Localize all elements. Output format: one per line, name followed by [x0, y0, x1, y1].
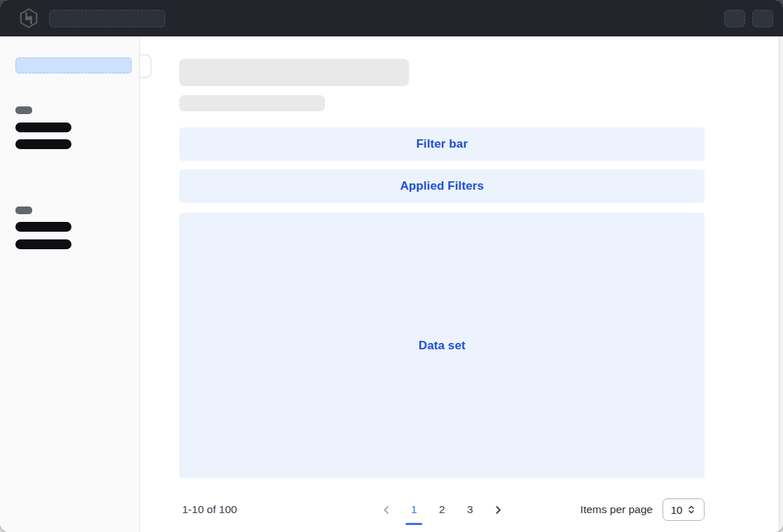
top-navbar: [0, 0, 783, 36]
nav-search-skeleton[interactable]: [49, 10, 165, 27]
sidebar-selected-item-skeleton[interactable]: [15, 57, 132, 74]
chevron-left-icon: [381, 505, 392, 515]
items-per-page-label: Items per page: [581, 503, 653, 516]
page-title-skeleton: [179, 59, 409, 86]
main-content: Filter bar Applied Filters Data set 1-10…: [141, 36, 779, 532]
nav-action-skeleton-1[interactable]: [724, 10, 745, 27]
next-page-button[interactable]: [489, 498, 507, 521]
nav-action-skeleton-2[interactable]: [752, 10, 773, 27]
sidebar-item-skeleton[interactable]: [15, 239, 71, 249]
page-button-2[interactable]: 2: [433, 498, 451, 521]
sidebar-item-skeleton[interactable]: [15, 222, 71, 232]
sidebar-item-skeleton[interactable]: [15, 122, 71, 132]
applied-filters-label: Applied Filters: [400, 179, 484, 193]
hashicorp-logo-icon[interactable]: [18, 8, 39, 29]
page-subtitle-skeleton: [179, 95, 325, 111]
sidebar-section-title-skeleton: [15, 106, 32, 114]
sidebar: [0, 36, 140, 532]
page-button-3[interactable]: 3: [461, 498, 479, 521]
items-per-page-control: Items per page 10: [581, 498, 705, 521]
data-set-section[interactable]: Data set: [179, 213, 705, 478]
pagination-controls: 1 2 3: [377, 498, 507, 521]
sidebar-toggle-button[interactable]: [140, 55, 151, 78]
chevrons-up-down-icon: [686, 505, 696, 514]
filter-bar-section[interactable]: Filter bar: [179, 127, 705, 161]
navbar-actions: [724, 10, 773, 27]
chevron-right-icon: [493, 505, 504, 515]
data-set-label: Data set: [419, 339, 466, 353]
app-window: Filter bar Applied Filters Data set 1-10…: [0, 0, 783, 532]
pagination-bar: 1-10 of 100 1 2 3 Items per page: [179, 490, 705, 529]
items-per-page-select[interactable]: 10: [663, 498, 705, 521]
pagination-range: 1-10 of 100: [182, 503, 237, 516]
sidebar-item-skeleton[interactable]: [15, 139, 71, 149]
previous-page-button[interactable]: [377, 498, 395, 521]
filter-bar-label: Filter bar: [416, 137, 468, 151]
scrollbar-gutter: [779, 36, 783, 532]
applied-filters-section[interactable]: Applied Filters: [179, 169, 705, 203]
page-button-1[interactable]: 1: [405, 498, 423, 521]
per-page-value: 10: [671, 504, 683, 516]
sidebar-section-title-skeleton: [15, 206, 32, 214]
